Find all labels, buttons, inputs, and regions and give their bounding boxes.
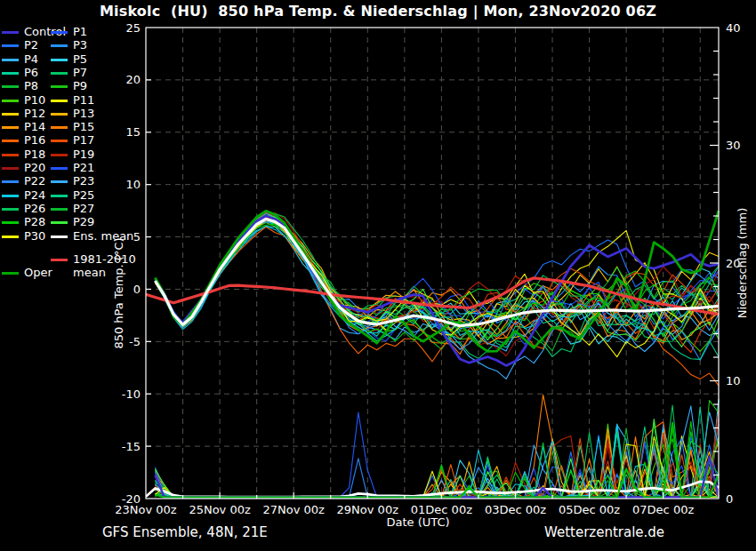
legend-item-p10: P10: [2, 94, 45, 107]
legend-swatch: [51, 154, 68, 156]
legend-item-ens-mean: Ens. mean: [51, 230, 133, 243]
legend-item-p30: P30: [2, 230, 45, 243]
legend-label: P3: [73, 38, 87, 52]
legend-swatch: [2, 154, 19, 156]
legend-label: P16: [24, 133, 45, 147]
legend-label: Ens. mean: [73, 229, 133, 243]
legend-item-p11: P11: [51, 94, 94, 107]
legend-item-p21: P21: [51, 162, 94, 174]
legend-swatch: [51, 31, 68, 34]
legend-item-p19: P19: [51, 148, 94, 161]
legend-swatch: [2, 167, 19, 170]
legend-label: P13: [73, 107, 94, 120]
legend-swatch: [2, 195, 19, 197]
legend-swatch: [2, 44, 19, 47]
model-info-label: GFS Ensemble, 48N, 21E: [102, 524, 268, 540]
legend-label: P18: [24, 148, 45, 161]
legend-swatch: [51, 259, 68, 261]
legend-item-p7: P7: [51, 67, 87, 79]
legend-swatch: [2, 72, 19, 75]
legend-item-p5: P5: [51, 53, 87, 66]
legend-label: P27: [73, 202, 94, 215]
legend-swatch: [2, 113, 19, 116]
legend-label: P15: [73, 120, 94, 133]
legend-item-p16: P16: [2, 134, 45, 147]
legend-item-p24: P24: [2, 189, 45, 202]
legend-item-clim-mean: 1981-2010: [51, 253, 136, 266]
legend-label: P29: [73, 215, 94, 228]
x-tick-label: 03Dec 00z: [485, 503, 546, 516]
legend-item-p6: P6: [2, 67, 38, 79]
legend-swatch: [51, 236, 68, 238]
legend-swatch: [2, 208, 19, 211]
x-tick-label: 05Dec 00z: [559, 503, 620, 516]
ensemble-lines: [146, 211, 719, 497]
legend-swatch: [51, 208, 68, 211]
legend-label: P25: [73, 188, 94, 202]
legend-label: P20: [24, 161, 45, 174]
legend-swatch: [51, 85, 68, 88]
site-credit-label: Wetterzentrale.de: [544, 524, 664, 540]
legend-swatch: [51, 59, 68, 61]
x-axis-title: Date (UTC): [386, 515, 449, 529]
right-tick-label: 40: [726, 21, 741, 35]
legend-item-p27: P27: [51, 203, 94, 215]
meteogram-page: Miskolc (HU) 850 hPa Temp. & Niederschla…: [0, 0, 756, 551]
clim-mean-line: [146, 278, 719, 315]
gridlines: [146, 28, 719, 499]
legend-item-p4: P4: [2, 53, 38, 66]
right-tick-label: 10: [726, 374, 741, 387]
legend-item-p2: P2: [2, 39, 38, 52]
x-tick-label: 27Nov 00z: [262, 503, 325, 516]
legend-swatch: [2, 126, 19, 129]
legend-item-p28: P28: [2, 216, 45, 228]
legend-item-oper: Oper: [2, 267, 52, 279]
legend-swatch: [51, 167, 68, 170]
legend-swatch: [51, 72, 68, 75]
legend-swatch: [51, 140, 68, 142]
legend-label: P30: [24, 229, 45, 243]
legend-label: P7: [73, 66, 87, 79]
legend-label: P12: [24, 107, 45, 120]
legend-label: Oper: [24, 266, 52, 279]
legend-label: P21: [73, 161, 94, 174]
legend-item-p23: P23: [51, 175, 94, 188]
legend-item-p9: P9: [51, 80, 87, 92]
legend-item-p26: P26: [2, 203, 45, 215]
legend-swatch: [51, 221, 68, 224]
legend-label: P6: [24, 66, 38, 79]
legend-swatch: [51, 180, 68, 183]
legend-item-p17: P17: [51, 134, 94, 147]
legend-swatch: [2, 85, 19, 88]
legend-swatch: [51, 126, 68, 129]
legend-item-p13: P13: [51, 108, 94, 120]
legend-item-p14: P14: [2, 121, 45, 133]
legend-swatch: [2, 140, 19, 142]
legend-swatch: [2, 221, 19, 224]
x-tick-label: 07Dec 00z: [632, 503, 694, 516]
legend-swatch: [2, 59, 19, 61]
legend-item-p18: P18: [2, 148, 45, 161]
legend-label: P19: [73, 148, 94, 161]
left-tick-label: -10: [122, 387, 141, 401]
legend-label: P10: [24, 93, 45, 107]
ensemble-legend: ControlP1P2P3P4P5P6P7P8P9P10P11P12P13P14…: [2, 23, 144, 290]
legend-label: P4: [24, 52, 38, 66]
legend-swatch: [2, 236, 19, 238]
legend-label: P22: [24, 174, 45, 188]
legend-label: P1: [73, 25, 87, 38]
legend-swatch: [51, 44, 68, 47]
legend-item-p1: P1: [51, 26, 87, 38]
legend-item-p29: P29: [51, 216, 94, 228]
x-tick-label: 01Dec 00z: [411, 503, 472, 516]
right-tick-label: 0: [726, 492, 733, 506]
legend-label: P23: [73, 174, 94, 188]
x-tick-label: 25Nov 00z: [189, 503, 251, 516]
right-tick-label: 30: [726, 139, 741, 152]
legend-label: P28: [24, 215, 45, 228]
legend-label: P8: [24, 79, 38, 92]
legend-label: P14: [24, 120, 45, 133]
legend-label: 1981-2010: [73, 252, 136, 266]
legend-swatch: [2, 180, 19, 183]
legend-swatch: [51, 100, 68, 102]
